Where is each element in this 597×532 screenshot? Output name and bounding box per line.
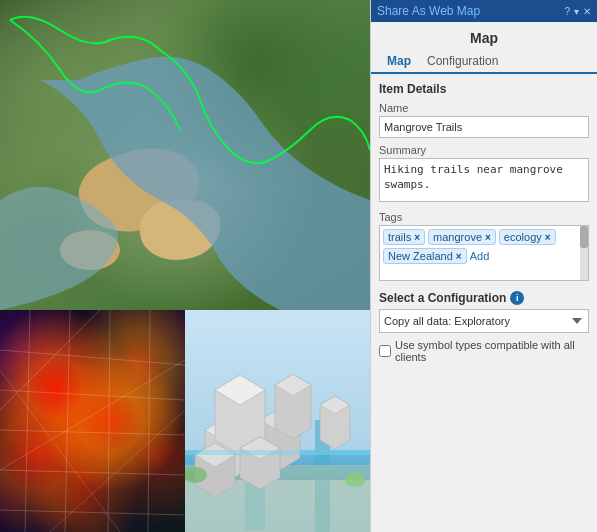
tag-ecology-remove[interactable]: × xyxy=(545,232,551,243)
tag-new-zealand: New Zealand × xyxy=(383,248,467,264)
svg-line-7 xyxy=(108,310,110,532)
tag-ecology-text: ecology xyxy=(504,231,542,243)
trail-overlay xyxy=(0,0,370,310)
scrollbar-thumb xyxy=(580,226,588,248)
svg-line-2 xyxy=(0,430,185,435)
panel: Share As Web Map ? ▾ ✕ Map Map Configura… xyxy=(370,0,597,532)
tag-trails-remove[interactable]: × xyxy=(414,232,420,243)
heatmap-area[interactable] xyxy=(0,310,185,532)
main-container: Share As Web Map ? ▾ ✕ Map Map Configura… xyxy=(0,0,597,532)
svg-line-4 xyxy=(0,510,185,515)
svg-line-9 xyxy=(0,310,100,410)
panel-body: Item Details Name Summary Hiking trails … xyxy=(371,74,597,532)
svg-line-1 xyxy=(0,390,185,400)
summary-label: Summary xyxy=(379,144,589,156)
tags-label: Tags xyxy=(379,211,589,223)
svg-rect-34 xyxy=(185,450,370,455)
name-input[interactable] xyxy=(379,116,589,138)
info-icon[interactable]: i xyxy=(510,291,524,305)
svg-line-8 xyxy=(148,310,150,532)
config-label-text: Select a Configuration xyxy=(379,291,506,305)
item-details-label: Item Details xyxy=(379,82,589,96)
svg-point-33 xyxy=(345,473,365,487)
tag-trails-text: trails xyxy=(388,231,411,243)
tag-new-zealand-text: New Zealand xyxy=(388,250,453,262)
map-top[interactable] xyxy=(0,0,370,310)
tag-mangrove: mangrove × xyxy=(428,229,496,245)
panel-heading: Map xyxy=(371,22,597,50)
heatmap-grid xyxy=(0,310,185,532)
config-section-label: Select a Configuration i xyxy=(379,291,589,305)
panel-titlebar: Share As Web Map ? ▾ ✕ xyxy=(371,0,597,22)
svg-line-6 xyxy=(65,310,70,532)
help-icon[interactable]: ? xyxy=(564,6,570,17)
checkbox-row: Use symbol types compatible with all cli… xyxy=(379,339,589,363)
summary-input[interactable]: Hiking trails near mangrove swamps. xyxy=(379,158,589,202)
tag-new-zealand-remove[interactable]: × xyxy=(456,251,462,262)
city3d-svg xyxy=(185,310,370,532)
tag-ecology: ecology × xyxy=(499,229,556,245)
config-dropdown[interactable]: Copy all data: Exploratory Reference reg… xyxy=(379,309,589,333)
tags-scrollbar[interactable] xyxy=(580,226,588,280)
name-label: Name xyxy=(379,102,589,114)
city3d-area[interactable] xyxy=(185,310,370,532)
panel-title: Share As Web Map xyxy=(377,4,480,18)
tab-map[interactable]: Map xyxy=(379,50,419,74)
symbol-compat-checkbox[interactable] xyxy=(379,345,391,357)
map-area xyxy=(0,0,370,532)
svg-line-3 xyxy=(0,470,185,475)
symbol-compat-label: Use symbol types compatible with all cli… xyxy=(395,339,589,363)
tag-trails: trails × xyxy=(383,229,425,245)
svg-line-12 xyxy=(0,370,120,532)
tag-mangrove-remove[interactable]: × xyxy=(485,232,491,243)
map-bottom xyxy=(0,310,370,532)
svg-line-5 xyxy=(25,310,30,532)
panel-tabs: Map Configuration xyxy=(371,50,597,74)
tags-container: trails × mangrove × ecology × New Zealan… xyxy=(379,225,589,281)
tag-mangrove-text: mangrove xyxy=(433,231,482,243)
tags-add[interactable]: Add xyxy=(470,250,490,262)
tab-configuration[interactable]: Configuration xyxy=(419,50,506,74)
titlebar-controls: ? ▾ ✕ xyxy=(564,6,591,17)
svg-line-0 xyxy=(0,350,185,365)
close-icon[interactable]: ✕ xyxy=(583,6,591,17)
pin-icon[interactable]: ▾ xyxy=(574,6,579,17)
